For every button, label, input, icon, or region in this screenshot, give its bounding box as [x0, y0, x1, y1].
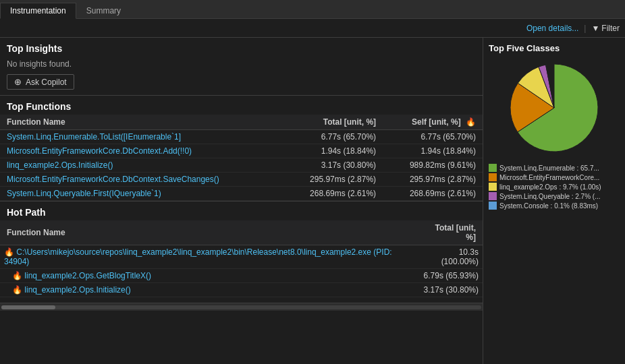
function-name-cell[interactable]: System.Linq.Queryable.First(IQueryable`1…	[0, 187, 283, 201]
table-row[interactable]: 🔥 linq_example2.Ops.GetBlogTitleX() 6.79…	[0, 269, 483, 283]
col-function-name: Function Name	[0, 115, 283, 130]
pie-chart-title: Top Five Classes	[489, 43, 620, 53]
total-cell: 6.77s (65.70%)	[283, 130, 383, 144]
table-row[interactable]: linq_example2.Ops.Initialize() 3.17s (30…	[0, 158, 483, 173]
tab-summary[interactable]: Summary	[76, 3, 131, 19]
hotpath-header-row: Function Name Total [unit, %]	[0, 220, 483, 245]
filter-icon: ▼	[591, 24, 599, 33]
legend-item: System.Console : 0.1% (8.83ms)	[489, 202, 620, 210]
function-name-cell[interactable]: Microsoft.EntityFrameworkCore.DbContext.…	[0, 173, 283, 187]
legend-item: System.Linq.Queryable : 2.7% (...	[489, 192, 620, 200]
copilot-icon: ⊕	[14, 77, 22, 87]
hotpath-total-cell: 10.3s (100.00%)	[417, 245, 483, 269]
hotpath-total-cell: 3.17s (30.80%)	[417, 283, 483, 297]
hotpath-total-cell: 6.79s (65.93%)	[417, 269, 483, 283]
table-row[interactable]: 🔥 C:\Users\mikejo\source\repos\linq_exam…	[0, 245, 483, 269]
hotpath-name-cell[interactable]: 🔥 linq_example2.Ops.GetBlogTitleX()	[0, 269, 417, 283]
legend-color-box	[489, 183, 497, 191]
legend-text: System.Console : 0.1% (8.83ms)	[499, 202, 598, 210]
functions-table-header-row: Function Name Total [unit, %] Self [unit…	[0, 115, 483, 130]
table-row[interactable]: System.Linq.Queryable.First(IQueryable`1…	[0, 187, 483, 201]
col-total: Total [unit, %]	[283, 115, 383, 130]
legend-text: Microsoft.EntityFrameworkCore...	[499, 174, 599, 181]
legend-color-box	[489, 173, 497, 181]
filter-button[interactable]: ▼ Filter	[591, 24, 620, 33]
hotpath-col-name: Function Name	[0, 220, 417, 245]
pie-chart-svg	[504, 57, 605, 158]
legend-item: Microsoft.EntityFrameworkCore...	[489, 173, 620, 181]
self-cell: 989.82ms (9.61%)	[383, 158, 483, 173]
hotpath-section: Hot Path Function Name Total [unit, %] 🔥…	[0, 202, 483, 303]
functions-table: Function Name Total [unit, %] Self [unit…	[0, 115, 483, 201]
self-fire-icon: 🔥	[466, 117, 476, 127]
ask-copilot-label: Ask Copilot	[26, 78, 67, 87]
open-details-link[interactable]: Open details...	[526, 24, 578, 33]
flame-red-icon: 🔥	[4, 247, 14, 257]
left-panel: Top Insights No insights found. ⊕ Ask Co…	[0, 38, 483, 364]
filter-label: Filter	[601, 24, 620, 33]
function-name-cell[interactable]: Microsoft.EntityFrameworkCore.DbContext.…	[0, 144, 283, 158]
legend: System.Linq.Enumerable : 65.7... Microso…	[489, 164, 620, 210]
table-row[interactable]: Microsoft.EntityFrameworkCore.DbContext.…	[0, 173, 483, 187]
hotpath-name-cell[interactable]: 🔥 C:\Users\mikejo\source\repos\linq_exam…	[0, 245, 417, 269]
legend-text: System.Linq.Enumerable : 65.7...	[499, 164, 599, 172]
top-functions-header: Top Functions	[0, 96, 483, 115]
col-self: Self [unit, %] 🔥	[383, 115, 483, 130]
self-cell: 295.97ms (2.87%)	[383, 173, 483, 187]
ask-copilot-button[interactable]: ⊕ Ask Copilot	[7, 74, 74, 90]
horizontal-scrollbar-row[interactable]	[0, 303, 483, 311]
tab-instrumentation[interactable]: Instrumentation	[0, 3, 76, 19]
table-row[interactable]: 🔥 linq_example2.Ops.Initialize() 3.17s (…	[0, 283, 483, 297]
legend-text: linq_example2.Ops : 9.7% (1.00s)	[499, 183, 601, 191]
hotpath-col-total: Total [unit, %]	[417, 220, 483, 245]
self-cell: 1.94s (18.84%)	[383, 144, 483, 158]
scrollbar-thumb[interactable]	[1, 305, 55, 309]
self-cell: 6.77s (65.70%)	[383, 130, 483, 144]
total-cell: 3.17s (30.80%)	[283, 158, 383, 173]
function-name-cell[interactable]: System.Linq.Enumerable.ToList([IEnumerab…	[0, 130, 283, 144]
legend-color-box	[489, 192, 497, 200]
legend-color-box	[489, 202, 497, 210]
pie-chart-container	[489, 57, 620, 158]
tab-bar: Instrumentation Summary	[0, 0, 625, 19]
legend-text: System.Linq.Queryable : 2.7% (...	[499, 193, 601, 200]
no-insights-text: No insights found.	[7, 57, 476, 74]
total-cell: 1.94s (18.84%)	[283, 144, 383, 158]
toolbar: Open details... | ▼ Filter	[0, 19, 625, 38]
legend-color-box	[489, 164, 497, 172]
legend-item: linq_example2.Ops : 9.7% (1.00s)	[489, 183, 620, 191]
hot-path-header: Hot Path	[0, 202, 483, 220]
total-cell: 295.97ms (2.87%)	[283, 173, 383, 187]
table-row[interactable]: System.Linq.Enumerable.ToList([IEnumerab…	[0, 130, 483, 144]
right-panel: Top Five Classes System.Linq.Enumerable …	[483, 38, 625, 364]
legend-item: System.Linq.Enumerable : 65.7...	[489, 164, 620, 172]
flame-orange-icon: 🔥	[12, 271, 22, 280]
toolbar-separator: |	[584, 24, 586, 33]
self-cell: 268.69ms (2.61%)	[383, 187, 483, 201]
table-row[interactable]: Microsoft.EntityFrameworkCore.DbContext.…	[0, 144, 483, 158]
horizontal-scrollbar[interactable]	[1, 305, 481, 309]
hotpath-name-cell[interactable]: 🔥 linq_example2.Ops.Initialize()	[0, 283, 417, 297]
hotpath-table: Function Name Total [unit, %] 🔥 C:\Users…	[0, 220, 483, 297]
total-cell: 268.69ms (2.61%)	[283, 187, 383, 201]
main-layout: Top Insights No insights found. ⊕ Ask Co…	[0, 38, 625, 364]
functions-section: Top Functions Function Name Total [unit,…	[0, 96, 483, 202]
top-insights-header: Top Insights	[0, 38, 483, 57]
insights-section: No insights found. ⊕ Ask Copilot	[0, 57, 483, 96]
function-name-cell[interactable]: linq_example2.Ops.Initialize()	[0, 158, 283, 173]
flame-orange-icon: 🔥	[12, 285, 22, 295]
